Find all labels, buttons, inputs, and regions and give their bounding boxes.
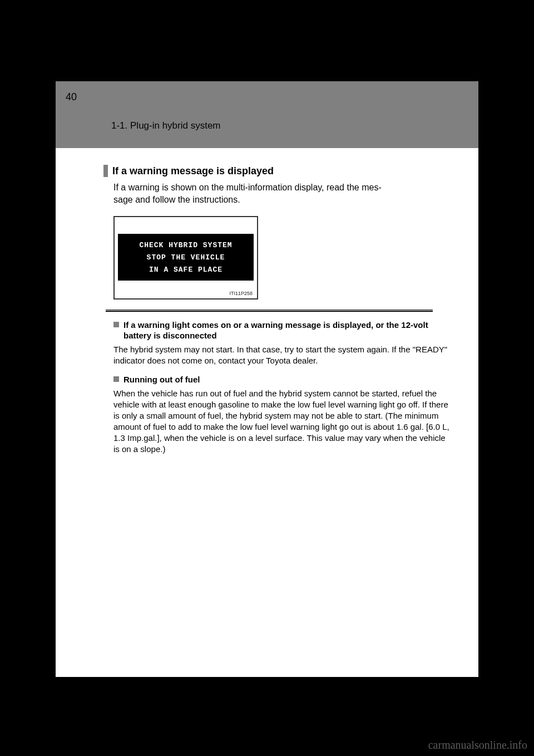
page-number: 40 — [66, 91, 77, 103]
page-body: If a warning message is displayed If a w… — [56, 148, 478, 677]
square-bullet-icon — [113, 376, 119, 382]
sub-block-2: Running out of fuel When the vehicle has… — [113, 374, 449, 455]
sub-body-2: When the vehicle has run out of fuel and… — [113, 388, 449, 455]
sub-body-1: The hybrid system may not start. In that… — [113, 344, 449, 366]
sub-block-1: If a warning light comes on or a warning… — [113, 320, 449, 366]
heading-marker-icon — [103, 165, 108, 177]
dashboard-screen: CHECK HYBRID SYSTEM STOP THE VEHICLE IN … — [118, 234, 254, 281]
heading-text: If a warning message is displayed — [112, 165, 274, 177]
dashboard-line-1: CHECK HYBRID SYSTEM — [120, 239, 251, 252]
intro-paragraph: If a warning is shown on the multi-infor… — [113, 181, 454, 206]
sub-title-1: If a warning light comes on or a warning… — [123, 320, 449, 341]
figure-code: ITI11P258 — [118, 281, 254, 296]
square-bullet-icon — [113, 322, 119, 327]
divider — [106, 310, 433, 312]
section-title: 1-1. Plug-in hybrid system — [111, 120, 221, 131]
sub-title-2: Running out of fuel — [123, 374, 200, 385]
dashboard-line-3: IN A SAFE PLACE — [120, 264, 251, 276]
dashboard-line-2: STOP THE VEHICLE — [120, 252, 251, 264]
sub-head-2: Running out of fuel — [113, 374, 449, 385]
dashboard-figure: CHECK HYBRID SYSTEM STOP THE VEHICLE IN … — [113, 216, 258, 300]
page: 40 1-1. Plug-in hybrid system If a warni… — [56, 81, 478, 677]
heading-row: If a warning message is displayed — [103, 165, 463, 177]
watermark: carmanualsonline.info — [428, 739, 527, 752]
sub-head-1: If a warning light comes on or a warning… — [113, 320, 449, 341]
page-header: 40 1-1. Plug-in hybrid system — [56, 81, 478, 148]
